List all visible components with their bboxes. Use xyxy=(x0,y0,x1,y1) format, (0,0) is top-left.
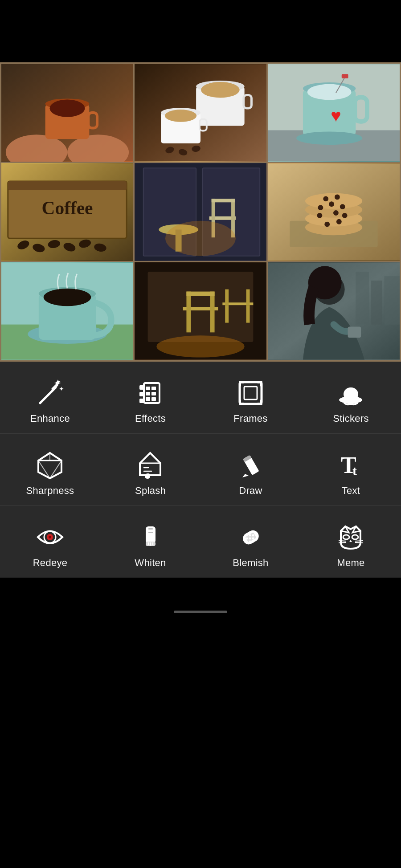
svg-point-87 xyxy=(156,335,244,357)
text-tool[interactable]: T t Text xyxy=(301,443,401,501)
svg-point-59 xyxy=(329,201,334,207)
svg-point-28 xyxy=(296,131,362,145)
svg-rect-115 xyxy=(260,381,262,387)
photo-item-4[interactable]: Coffee xyxy=(1,163,133,261)
meme-label: Meme xyxy=(337,557,364,569)
svg-point-67 xyxy=(336,219,342,224)
svg-point-60 xyxy=(340,204,345,209)
svg-rect-121 xyxy=(344,387,358,401)
mask-icon xyxy=(336,522,367,553)
splash-label: Splash xyxy=(135,485,166,497)
photo-item-2[interactable] xyxy=(135,64,266,162)
svg-rect-101 xyxy=(139,385,145,390)
pencil-icon xyxy=(235,449,266,481)
svg-text:t: t xyxy=(352,463,357,478)
svg-rect-106 xyxy=(146,397,150,401)
svg-rect-111 xyxy=(244,387,257,399)
svg-point-64 xyxy=(333,210,339,216)
stickers-tool[interactable]: Stickers xyxy=(301,371,401,429)
blemish-label: Blemish xyxy=(233,557,268,569)
svg-point-158 xyxy=(252,540,254,542)
hat-icon xyxy=(336,377,367,408)
text-icon: T t xyxy=(336,449,367,481)
svg-point-140 xyxy=(49,536,51,538)
draw-tool[interactable]: Draw xyxy=(200,443,301,501)
svg-point-152 xyxy=(246,540,248,542)
svg-line-126 xyxy=(38,453,50,460)
svg-rect-103 xyxy=(139,399,145,403)
svg-point-66 xyxy=(324,222,330,227)
svg-point-157 xyxy=(252,537,254,539)
svg-point-153 xyxy=(249,534,251,536)
enhance-tool[interactable]: ✦ ✦ ✦ Enhance xyxy=(0,371,100,429)
svg-rect-92 xyxy=(356,272,369,324)
home-indicator xyxy=(174,611,227,613)
svg-point-14 xyxy=(165,110,196,122)
svg-rect-107 xyxy=(151,387,156,390)
toolbar-row-3: Redeye Whiten xyxy=(0,506,401,578)
effects-tool[interactable]: Effects xyxy=(100,371,200,429)
photo-item-8[interactable] xyxy=(135,262,266,360)
svg-point-61 xyxy=(323,196,328,201)
redeye-tool[interactable]: Redeye xyxy=(0,515,100,573)
svg-point-62 xyxy=(335,195,340,200)
svg-text:✦: ✦ xyxy=(57,379,61,384)
svg-rect-91 xyxy=(348,327,361,338)
wand-icon: ✦ ✦ ✦ xyxy=(35,377,66,408)
photo-grid: ♥ Coffee xyxy=(0,62,401,362)
blemish-tool[interactable]: Blemish xyxy=(200,515,301,573)
svg-rect-81 xyxy=(186,292,214,296)
photo-item-7[interactable] xyxy=(1,262,133,360)
svg-rect-85 xyxy=(225,305,229,322)
photo-item-1[interactable] xyxy=(1,64,133,162)
svg-rect-113 xyxy=(239,381,241,387)
svg-rect-84 xyxy=(246,289,250,306)
svg-text:Coffee: Coffee xyxy=(41,198,93,218)
splash-tool[interactable]: Splash xyxy=(100,443,200,501)
svg-point-65 xyxy=(342,213,348,218)
draw-label: Draw xyxy=(239,485,262,497)
svg-line-167 xyxy=(355,542,363,543)
frames-tool[interactable]: Frames xyxy=(200,371,301,429)
svg-rect-146 xyxy=(148,528,153,530)
svg-point-58 xyxy=(318,205,323,210)
photo-item-3[interactable]: ♥ xyxy=(268,64,400,162)
svg-point-151 xyxy=(246,537,248,539)
toolbar-row-2: Sharpness Splash xyxy=(0,434,401,506)
frame-icon xyxy=(235,377,266,408)
whiten-label: Whiten xyxy=(135,557,166,569)
eye-icon xyxy=(35,522,66,553)
sharpness-tool[interactable]: Sharpness xyxy=(0,443,100,501)
bandaid-icon xyxy=(235,522,266,553)
svg-text:♥: ♥ xyxy=(331,106,341,125)
svg-point-155 xyxy=(249,540,251,542)
svg-rect-119 xyxy=(260,399,262,405)
effects-label: Effects xyxy=(135,413,166,424)
svg-line-166 xyxy=(355,541,363,541)
svg-rect-83 xyxy=(225,289,229,306)
brush-icon xyxy=(135,522,166,553)
whiten-tool[interactable]: Whiten xyxy=(100,515,200,573)
svg-point-161 xyxy=(343,535,349,539)
svg-marker-129 xyxy=(140,453,160,475)
photo-item-6[interactable] xyxy=(268,163,400,261)
svg-rect-108 xyxy=(151,392,156,395)
svg-point-5 xyxy=(50,99,85,117)
toolbar-row-1: ✦ ✦ ✦ Enhance xyxy=(0,362,401,434)
svg-point-51 xyxy=(165,221,236,256)
svg-rect-75 xyxy=(148,272,254,342)
splash-icon xyxy=(135,449,166,481)
photo-item-5[interactable] xyxy=(135,163,266,261)
svg-rect-117 xyxy=(239,399,241,405)
svg-rect-110 xyxy=(240,382,262,404)
svg-marker-163 xyxy=(349,540,352,542)
svg-point-57 xyxy=(305,193,362,209)
svg-rect-147 xyxy=(148,532,153,533)
sharpness-label: Sharpness xyxy=(26,485,74,497)
meme-tool[interactable]: Meme xyxy=(301,515,401,573)
svg-point-162 xyxy=(352,535,358,539)
svg-point-154 xyxy=(249,537,251,539)
svg-rect-104 xyxy=(146,387,150,390)
frames-label: Frames xyxy=(233,413,267,424)
photo-item-9[interactable] xyxy=(268,262,400,360)
